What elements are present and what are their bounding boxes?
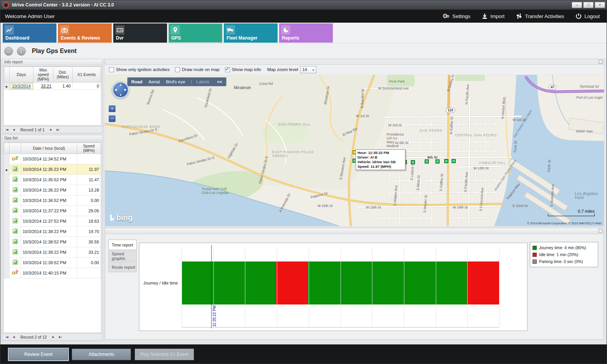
gps-row[interactable]: 10/3/2014 11:34:52 PM [4, 154, 101, 164]
info-report-table: Days Max speed (MPH) Dist. (Miles) X1 Ev… [4, 66, 101, 90]
dist-value: 1.40 [53, 83, 73, 90]
nav-tile-events-reviews[interactable]: Events & Reviews [58, 23, 112, 43]
pager-prev-icon[interactable] [11, 334, 17, 339]
map-label: Crest Rd [259, 82, 273, 86]
gps-speed-cell: 11.97 [77, 164, 101, 175]
gps-row[interactable]: 10/3/2014 11:35:22 PM11.97 [4, 164, 101, 175]
nav-tile-reports[interactable]: Reports [279, 23, 333, 43]
row-indicator [4, 206, 10, 216]
gps-row[interactable]: 10/3/2014 11:35:52 PM11.47 [4, 175, 101, 185]
app-header: Welcome Admin User ⚙⚙SettingsImportTrans… [0, 10, 607, 23]
map-tooltip-line: Driver: Al B [357, 155, 404, 160]
gps-row[interactable]: 10/3/2014 11:37:52 PM18.63 [4, 216, 101, 227]
pager-prev-icon[interactable] [11, 127, 17, 132]
close-button[interactable] [595, 2, 605, 8]
col-x1-events[interactable]: X1 Events [73, 67, 101, 83]
gps-row[interactable]: 10/3/2014 11:39:52 PM0.00 [4, 258, 101, 268]
gps-row[interactable]: 10/3/2014 11:38:22 PM19.70 [4, 227, 101, 237]
gps-date-cell: 10/3/2014 11:35:22 PM [21, 164, 77, 175]
gps-point-icon [10, 247, 21, 258]
back-button[interactable] [4, 47, 13, 56]
gps-row[interactable]: 10/3/2014 11:39:22 PM33.21 [4, 247, 101, 258]
col-dist[interactable]: Dist. (Miles) [53, 67, 73, 83]
header-action-settings[interactable]: ⚙⚙Settings [442, 13, 470, 19]
down-button[interactable] [17, 47, 26, 56]
col-speed[interactable]: Speed (MPH) [77, 143, 101, 154]
footer-button-attachments[interactable]: Attachments [72, 349, 131, 360]
map-mode-road[interactable]: Road [131, 79, 142, 84]
route-marker-point[interactable] [444, 159, 448, 163]
route-marker-point[interactable] [425, 159, 429, 164]
tab-time-report[interactable]: Time report [108, 240, 137, 250]
map-label: EAST RANCHO PALOS VERDES [272, 150, 314, 158]
map-label: SAN PEDRO [420, 129, 442, 132]
pan-east-icon[interactable]: ▶ [124, 88, 127, 91]
nav-tile-dashboard[interactable]: Dashboard [3, 23, 56, 43]
checkbox-box[interactable] [225, 67, 230, 72]
pager-next-icon[interactable] [50, 334, 56, 339]
map-label: 9th St [427, 156, 437, 159]
route-marker-point[interactable] [435, 159, 440, 164]
col-max-speed[interactable]: Max speed (MPH) [33, 67, 53, 83]
pan-north-icon[interactable]: ▲ [119, 83, 122, 86]
compass-control[interactable]: ▲ ▼ ◀ ▶ [112, 81, 129, 98]
maximize-button[interactable] [583, 2, 594, 8]
gps-row[interactable]: 10/3/2014 11:37:22 PM29.05 [4, 206, 101, 216]
pager-last-icon[interactable] [55, 127, 61, 132]
header-action-transfer-activities[interactable]: Transfer Activities [516, 13, 564, 19]
pager-last-icon[interactable] [57, 334, 63, 339]
nav-tile-fleet-manager[interactable]: Fleet Manager [224, 23, 278, 43]
zoom-in-button[interactable]: + [108, 105, 116, 113]
panel-collapse-icon[interactable] [599, 60, 602, 64]
checkbox-box[interactable] [175, 67, 180, 72]
row-indicator [4, 227, 10, 237]
map-mode-aerial[interactable]: Aerial [149, 79, 160, 84]
route-marker-point[interactable] [411, 160, 415, 164]
day-link[interactable]: 10/3/2014 [12, 84, 31, 88]
map-zoom-select[interactable]: 14 [300, 66, 316, 73]
bar-segment-idle [275, 261, 308, 304]
nav-tile-dvr[interactable]: Dvr [113, 23, 167, 43]
zoom-out-button[interactable]: − [108, 115, 116, 122]
tab-speed-graphic[interactable]: Speed graphic [108, 251, 137, 261]
checkbox-box[interactable] [109, 67, 114, 72]
minimize-button[interactable] [572, 2, 582, 8]
pan-south-icon[interactable]: ▼ [119, 93, 122, 97]
gps-point-icon [10, 195, 21, 206]
gps-speed-cell: 33.21 [77, 247, 101, 258]
gps-row[interactable]: 10/3/2014 11:38:52 PM30.55 [4, 237, 101, 247]
chart-gridline [404, 248, 404, 328]
map-mode-bird-s-eye[interactable]: Bird's eye [166, 79, 185, 84]
row-indicator [4, 154, 10, 164]
col-date-hour[interactable]: Date / hour (local) [21, 143, 77, 154]
gps-speed-cell: 11.47 [77, 175, 101, 185]
gps-row[interactable]: 10/3/2014 11:36:22 PM13.28 [4, 185, 101, 195]
header-action-logout[interactable]: Logout [576, 13, 600, 19]
map-tooltip-line: Hour: 11:35:22 PM [357, 151, 404, 155]
gps-row[interactable]: 10/3/2014 11:36:52 PM0.00 [4, 195, 101, 206]
map[interactable]: RoadAerialBird's eyeLabels << ▲ ▼ ◀ ▶ + … [105, 75, 604, 226]
route-marker-point[interactable] [452, 159, 456, 163]
header-action-import[interactable]: Import [482, 13, 504, 19]
line-chart-icon [5, 25, 14, 35]
tab-route-report[interactable]: Route report [108, 262, 137, 272]
checkbox-show-map-info[interactable]: Show map info [225, 67, 261, 72]
col-days[interactable]: Days [10, 67, 33, 83]
checkbox-draw-route-on-map[interactable]: Draw route on map [175, 67, 220, 72]
ignition-off-icon [10, 268, 21, 278]
pager-first-icon[interactable] [4, 334, 10, 339]
legend-item: Parking time: 0 sec (0%) [533, 258, 595, 265]
footer-button-review-event[interactable]: Review Event [9, 349, 68, 360]
checkbox-show-only-ignition-activities[interactable]: Show only ignition activities [109, 67, 170, 72]
map-label: 47 [549, 85, 556, 90]
pan-west-icon[interactable]: ◀ [114, 88, 117, 91]
pager-first-icon[interactable] [4, 127, 10, 132]
nav-tile-gps[interactable]: GPS [169, 23, 222, 43]
panel-collapse-icon[interactable] [599, 229, 602, 233]
pager-next-icon[interactable] [48, 127, 54, 132]
gps-row[interactable]: 10/3/2014 11:40:15 PM [4, 268, 101, 278]
map-collapse-button[interactable]: << [217, 79, 222, 84]
gps-speed-cell: 0.00 [77, 195, 101, 206]
info-report-row[interactable]: 10/3/2014 33.21 1.40 0 [4, 83, 101, 90]
legend-swatch [533, 260, 537, 264]
